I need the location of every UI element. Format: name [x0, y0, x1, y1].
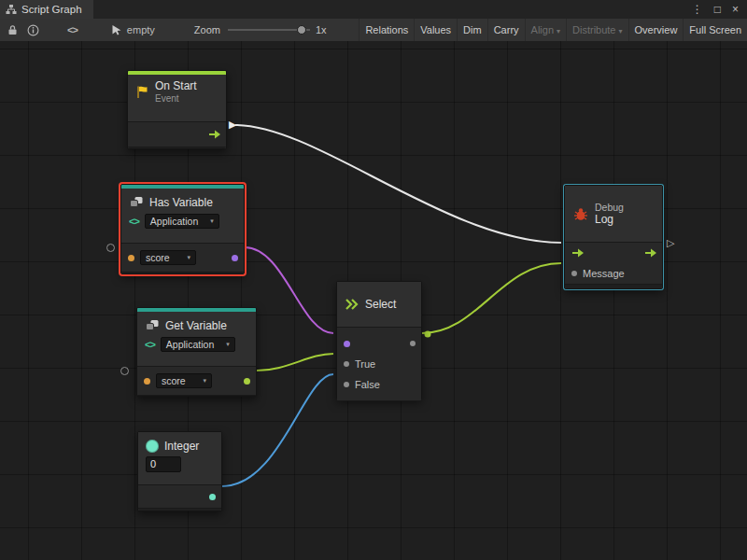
- chevron-down-icon: ▾: [210, 217, 214, 225]
- chevron-down-icon: ▾: [203, 377, 206, 385]
- port-name-input[interactable]: [128, 255, 134, 261]
- node-title: Select: [365, 298, 396, 311]
- chevron-down-icon: ▾: [557, 27, 560, 35]
- flow-output-marker[interactable]: ▷: [667, 238, 674, 248]
- port-bool-output[interactable]: [232, 255, 238, 261]
- more-menu-button[interactable]: ⋮: [692, 0, 703, 19]
- zoom-value-label: 1x: [316, 24, 327, 35]
- graph-toolbar: <> empty Zoom 1x Relations Values Dim Ca…: [0, 19, 747, 42]
- node-title: Get Variable: [165, 319, 227, 332]
- tab-script-graph[interactable]: Script Graph: [0, 0, 93, 19]
- port-label-message: Message: [583, 268, 625, 279]
- node-on-start[interactable]: On Start Event: [127, 70, 227, 149]
- variables-icon: [145, 319, 160, 332]
- port-target-input[interactable]: [120, 367, 129, 375]
- window-titlebar: Script Graph ⋮ □ ×: [0, 0, 747, 20]
- port-condition-input[interactable]: [344, 341, 350, 347]
- node-subtitle: Event: [155, 93, 197, 104]
- toolbar-button-dim[interactable]: Dim: [457, 19, 487, 41]
- toolbar-button-relations[interactable]: Relations: [359, 19, 414, 41]
- lock-icon: [7, 24, 18, 35]
- chevron-down-icon: ▾: [226, 341, 230, 348]
- chevron-down-icon: ▾: [619, 27, 623, 35]
- window-controls: ⋮ □ ×: [692, 0, 747, 19]
- port-message-input[interactable]: [571, 271, 577, 276]
- variable-kind-icon: <>: [129, 216, 139, 227]
- select-icon: [345, 299, 359, 310]
- node-category: Debug: [595, 202, 624, 213]
- zoom-slider-handle[interactable]: [297, 25, 306, 35]
- graph-state-label: empty: [127, 24, 155, 35]
- flow-output-port[interactable]: [644, 248, 657, 258]
- node-title: Has Variable: [149, 196, 213, 209]
- node-get-variable[interactable]: Get Variable <> Application ▾ score ▾: [136, 307, 257, 397]
- toolbar-button-fullscreen[interactable]: Full Screen: [683, 19, 747, 41]
- port-target-input[interactable]: [106, 244, 115, 252]
- zoom-slider[interactable]: [228, 24, 310, 35]
- variables-icon: [129, 196, 144, 209]
- zoom-label: Zoom: [194, 24, 220, 35]
- port-result-output[interactable]: [410, 341, 416, 346]
- port-false-input[interactable]: [344, 382, 349, 387]
- node-integer[interactable]: Integer: [137, 431, 222, 511]
- flow-output-port[interactable]: [208, 130, 221, 139]
- toolbar-button-distribute[interactable]: Distribute▾: [566, 19, 627, 41]
- graph-icon: [6, 4, 17, 15]
- integer-type-icon: [146, 440, 159, 453]
- toolbar-button-align[interactable]: Align▾: [525, 19, 566, 41]
- flow-connection-arrow[interactable]: ▶: [229, 119, 236, 130]
- node-footer: [137, 395, 256, 396]
- variable-scope-dropdown[interactable]: Application ▾: [145, 214, 219, 229]
- variable-kind-icon: <>: [145, 339, 155, 350]
- node-footer: [121, 272, 244, 273]
- port-label-false: False: [355, 379, 380, 390]
- node-has-variable[interactable]: Has Variable <> Application ▾ score ▾: [120, 184, 245, 274]
- flow-input-port[interactable]: [571, 248, 585, 258]
- lock-icon-button[interactable]: [7, 24, 18, 35]
- tab-title: Script Graph: [21, 4, 82, 15]
- maximize-button[interactable]: □: [714, 0, 721, 19]
- node-footer: [128, 147, 226, 148]
- toolbar-buttons: Relations Values Dim Carry Align▾ Distri…: [359, 19, 747, 41]
- node-footer: [138, 508, 221, 511]
- node-title: Integer: [164, 440, 199, 453]
- toolbar-button-values[interactable]: Values: [414, 19, 457, 41]
- info-icon-button[interactable]: [27, 24, 39, 36]
- info-icon: [27, 24, 39, 36]
- port-true-input[interactable]: [344, 361, 349, 367]
- port-value-output[interactable]: [244, 378, 250, 385]
- node-footer: [565, 284, 662, 288]
- node-debug-log[interactable]: Debug Log Message: [564, 185, 663, 289]
- integer-value-field[interactable]: [146, 456, 181, 472]
- node-select[interactable]: Select True False: [336, 281, 422, 399]
- variable-scope-dropdown[interactable]: Application ▾: [161, 337, 235, 352]
- close-button[interactable]: ×: [732, 0, 739, 19]
- variable-name-dropdown[interactable]: score ▾: [140, 250, 196, 265]
- graph-state: empty: [111, 24, 155, 35]
- node-title: On Start: [155, 79, 197, 92]
- variable-name-dropdown[interactable]: score ▾: [156, 373, 212, 388]
- port-name-input[interactable]: [144, 378, 150, 385]
- toolbar-button-overview[interactable]: Overview: [628, 19, 684, 41]
- port-value-output[interactable]: [209, 494, 216, 500]
- port-label-true: True: [355, 358, 375, 370]
- bug-icon: [572, 206, 589, 221]
- toolbar-button-carry[interactable]: Carry: [487, 19, 525, 41]
- node-title: Log: [595, 213, 624, 226]
- node-footer: [337, 400, 421, 401]
- chevron-down-icon: ▾: [187, 254, 190, 261]
- pointer-icon: [111, 24, 122, 35]
- flag-icon: [135, 85, 149, 99]
- script-graph-window: Script Graph ⋮ □ × <> empt: [0, 0, 747, 560]
- code-view-button[interactable]: <>: [67, 24, 78, 35]
